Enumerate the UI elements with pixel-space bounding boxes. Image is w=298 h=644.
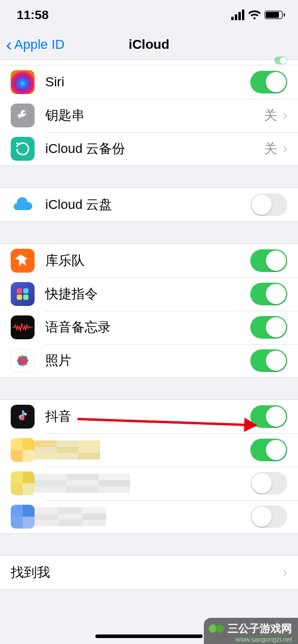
row-value: 关	[264, 140, 277, 158]
douyin-icon	[11, 405, 35, 429]
settings-group-apps: 库乐队 快捷指令 语音备忘录	[0, 243, 298, 378]
toggle-shortcuts[interactable]	[250, 283, 287, 305]
watermark-url: www.sangongzi.net	[235, 636, 292, 643]
toggle-icloud-drive[interactable]	[250, 193, 287, 216]
status-time: 11:58	[17, 8, 49, 22]
toggle-garageband[interactable]	[250, 249, 287, 272]
back-label: Apple ID	[14, 37, 64, 52]
row-siri[interactable]: Siri	[0, 65, 298, 99]
row-label: 库乐队	[45, 252, 250, 270]
row-label: iCloud 云备份	[45, 140, 264, 158]
voicememos-icon	[11, 315, 35, 339]
status-bar: 11:58	[0, 0, 298, 30]
row-value: 关	[264, 107, 277, 124]
toggle-photos[interactable]	[250, 349, 287, 372]
settings-group-system: Siri 钥匙串 关 › iCloud 云备份 关 ›	[0, 65, 298, 166]
photos-icon	[11, 349, 35, 373]
cellular-signal-icon	[231, 10, 244, 20]
row-redacted-3[interactable]	[0, 500, 298, 533]
row-label: 照片	[45, 352, 250, 370]
row-icloud-drive[interactable]: iCloud 云盘	[0, 188, 298, 221]
toggle-siri[interactable]	[250, 71, 287, 93]
svg-rect-1	[23, 288, 29, 293]
wifi-icon	[248, 10, 261, 20]
svg-rect-2	[17, 295, 22, 300]
row-redacted-2[interactable]	[0, 467, 298, 500]
row-keychain[interactable]: 钥匙串 关 ›	[0, 99, 298, 132]
row-label: Siri	[45, 74, 250, 90]
key-icon	[11, 104, 35, 127]
shortcuts-icon	[11, 282, 35, 306]
svg-rect-3	[23, 295, 29, 300]
settings-group-findme: 找到我 ›	[0, 555, 298, 590]
row-label: iCloud 云盘	[45, 196, 250, 214]
back-button[interactable]: ‹ Apple ID	[0, 36, 64, 54]
toggle-redacted-1[interactable]	[250, 439, 287, 461]
row-label: 语音备忘录	[45, 318, 250, 336]
toggle-redacted-2[interactable]	[250, 472, 287, 495]
siri-icon	[11, 70, 35, 94]
redacted-label	[35, 474, 250, 493]
row-find-me[interactable]: 找到我 ›	[0, 556, 298, 589]
row-label: 找到我	[11, 564, 283, 582]
chevron-left-icon: ‹	[6, 36, 12, 54]
chevron-right-icon: ›	[283, 141, 287, 157]
watermark: 三公子游戏网 www.sangongzi.net	[204, 618, 298, 644]
toggle-voicememos[interactable]	[250, 316, 287, 339]
svg-rect-0	[17, 288, 22, 293]
redacted-app-icon	[11, 438, 35, 462]
row-shortcuts[interactable]: 快捷指令	[0, 277, 298, 311]
chevron-right-icon: ›	[283, 565, 287, 580]
watermark-brand: 三公子游戏网	[228, 621, 292, 636]
redacted-label	[35, 440, 250, 459]
icloud-drive-icon	[11, 193, 35, 217]
chevron-right-icon: ›	[283, 108, 287, 123]
watermark-logo-icon	[209, 624, 224, 633]
nav-header: ‹ Apple ID iCloud	[0, 30, 298, 60]
home-indicator	[95, 634, 203, 638]
row-photos[interactable]: 照片	[0, 344, 298, 377]
garageband-icon	[11, 249, 35, 273]
row-voicememos[interactable]: 语音备忘录	[0, 311, 298, 344]
toggle-redacted-3[interactable]	[250, 505, 287, 528]
backup-icon	[11, 137, 35, 161]
row-label: 钥匙串	[45, 107, 264, 124]
redacted-app-icon	[11, 505, 35, 529]
row-redacted-1[interactable]	[0, 433, 298, 467]
redacted-app-icon	[11, 471, 35, 495]
battery-icon	[265, 11, 285, 19]
row-icloud-backup[interactable]: iCloud 云备份 关 ›	[0, 132, 298, 165]
row-label: 快捷指令	[45, 285, 250, 303]
settings-group-drive: iCloud 云盘	[0, 187, 298, 222]
row-garageband[interactable]: 库乐队	[0, 244, 298, 277]
redacted-label	[35, 507, 250, 526]
